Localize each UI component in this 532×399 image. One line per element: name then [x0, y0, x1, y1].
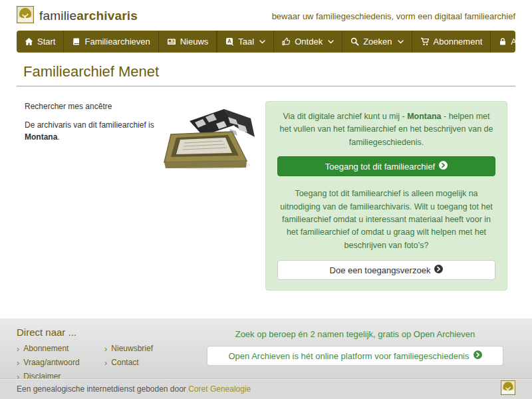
main-nav-wrap: Start Familiearchieven Nieuws Taal Ontde… [17, 31, 515, 53]
footer-link-label[interactable]: Vraag/antwoord [23, 358, 79, 367]
nav-item-zoeken[interactable]: Zoeken [342, 31, 411, 53]
nav-label: Aanmelden [511, 37, 532, 47]
home-icon [25, 37, 33, 46]
page: familiearchivaris bewaar uw familiegesch… [0, 0, 532, 399]
bottom-bar: Een genealogische internetdienst geboden… [0, 378, 532, 399]
nav-item-taal[interactable]: Taal [217, 31, 273, 53]
nav-left-group: Start Familiearchieven Nieuws [17, 31, 217, 53]
chevron-right-icon: › [17, 344, 19, 353]
panel-intro: Via dit digitale archief kunt u mij - Mo… [277, 110, 495, 149]
book-icon [72, 37, 80, 46]
lock-icon [499, 37, 507, 46]
nav-item-ontdek[interactable]: Ontdek [273, 31, 342, 53]
footer-link-label[interactable]: Contact [111, 358, 138, 367]
open-archieven-button-label: Open Archieven is hét online platform vo… [228, 351, 469, 361]
content-row: Rechercher mes ancêtre De archivaris van… [17, 101, 515, 291]
nav-label: Start [37, 37, 55, 47]
site-tagline: bewaar uw familiegeschiedenis, vorm een … [272, 11, 515, 21]
nav-label: Nieuws [180, 37, 209, 47]
nav-label: Zoeken [363, 37, 392, 47]
nav-item-start[interactable]: Start [17, 31, 64, 53]
footer-inner: Direct naar ... ›Abonnement ›Vraag/antwo… [17, 325, 515, 386]
nav-item-nieuws[interactable]: Nieuws [159, 31, 217, 53]
nav-right-group: Taal Ontdek Zoeken Abonnement Aanmelden [217, 31, 532, 53]
access-explanation: Toegang tot dit familiearchief is alleen… [277, 188, 495, 252]
footer-link-abonnement[interactable]: ›Abonnement [17, 344, 104, 353]
service-credit: Een genealogische internetdienst geboden… [17, 384, 251, 394]
nav-label: Taal [238, 37, 254, 47]
nav-item-familiearchieven[interactable]: Familiearchieven [64, 31, 158, 53]
thumbs-up-icon [282, 37, 291, 46]
nav-label: Abonnement [434, 37, 483, 47]
newspaper-icon [167, 37, 176, 46]
site-footer: Direct naar ... ›Abonnement ›Vraag/antwo… [0, 319, 532, 378]
archive-description: Rechercher mes ancêtre [25, 101, 162, 112]
access-panel: Via dit digitale archief kunt u mij - Mo… [265, 101, 507, 291]
arrow-circle-right-icon [434, 265, 443, 275]
access-archive-button[interactable]: Toegang tot dit familiearchief [277, 156, 495, 176]
direct-nav: Direct naar ... ›Abonnement ›Vraag/antwo… [17, 325, 195, 386]
chevron-down-icon [259, 40, 265, 44]
nav-label: Ontdek [295, 37, 323, 47]
footer-link-vraag-antwoord[interactable]: ›Vraag/antwoord [17, 358, 104, 367]
open-archieven-promo: Zoek op beroep én 2 namen tegelijk, grat… [195, 325, 515, 386]
coret-genealogie-link[interactable]: Coret Genealogie [188, 384, 251, 394]
footer-link-label[interactable]: Abonnement [23, 344, 68, 353]
archivist-line: De archivaris van dit familiearchief is … [25, 120, 162, 143]
brand-logo-link[interactable]: familiearchivaris [17, 6, 138, 26]
arrow-circle-right-icon [473, 350, 482, 361]
page-title: Familiearchief Menet [23, 63, 509, 80]
direct-nav-heading: Direct naar ... [17, 327, 195, 338]
chevron-right-icon: › [17, 358, 19, 367]
open-archieven-button[interactable]: Open Archieven is hét online platform vo… [207, 346, 503, 366]
brand-name: familiearchivaris [39, 9, 138, 23]
arrow-circle-right-icon [439, 161, 448, 172]
chevron-down-icon [398, 40, 404, 44]
chevron-down-icon [328, 40, 334, 44]
cart-icon [420, 37, 430, 46]
request-access-button-label: Doe een toegangsverzoek [330, 265, 431, 275]
intro-column: Rechercher mes ancêtre De archivaris van… [25, 101, 162, 291]
footer-link-nieuwsbrief[interactable]: ›Nieuwsbrief [104, 344, 153, 353]
tree-logo-icon [17, 6, 34, 26]
main-content: Familiearchief Menet Rechercher mes ancê… [17, 53, 515, 319]
promo-text: Zoek op beroep én 2 namen tegelijk, grat… [195, 329, 515, 339]
main-nav: Start Familiearchieven Nieuws Taal Ontde… [17, 31, 515, 53]
access-archive-button-label: Toegang tot dit familiearchief [325, 162, 435, 172]
nav-item-abonnement[interactable]: Abonnement [412, 31, 491, 53]
title-divider [17, 86, 515, 86]
footer-link-label[interactable]: Nieuwsbrief [111, 344, 153, 353]
footer-link-contact[interactable]: ›Contact [104, 358, 153, 367]
site-header: familiearchivaris bewaar uw familiegesch… [0, 0, 532, 31]
archive-box-photo [163, 101, 263, 291]
nav-item-aanmelden[interactable]: Aanmelden [490, 31, 532, 53]
coret-logo-icon[interactable] [501, 380, 515, 398]
request-access-button[interactable]: Doe een toegangsverzoek [277, 260, 495, 280]
language-icon [225, 37, 234, 46]
nav-label: Familiearchieven [84, 37, 150, 47]
chevron-right-icon: › [104, 344, 107, 353]
archivist-name: Montana [25, 132, 57, 142]
chevron-right-icon: › [104, 358, 107, 367]
search-icon [350, 37, 359, 46]
